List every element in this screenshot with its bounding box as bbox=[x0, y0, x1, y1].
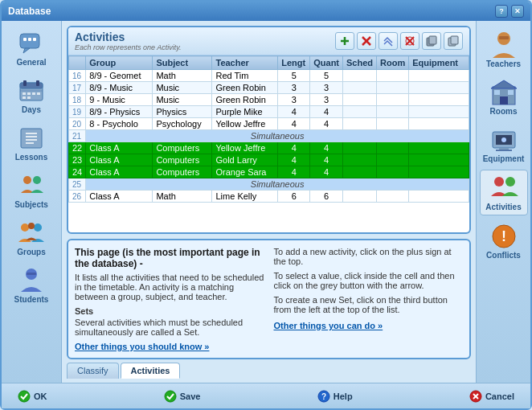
col-header-length: Lengt bbox=[278, 56, 310, 70]
right-item-activities[interactable]: Activities bbox=[480, 170, 528, 215]
svg-rect-7 bbox=[23, 80, 27, 86]
right-sidebar: Teachers Rooms bbox=[476, 21, 530, 383]
delete-activity-button[interactable] bbox=[357, 32, 376, 50]
row-group: 8/9 - Geomet bbox=[86, 70, 153, 82]
sidebar-item-lessons[interactable]: Lessons bbox=[6, 122, 57, 165]
table-row[interactable]: 19 8/9 - Physics Physics Purple Mike 4 4 bbox=[69, 106, 469, 118]
row-sched bbox=[343, 154, 377, 166]
row-quant: 3 bbox=[310, 94, 343, 106]
activities-table-container[interactable]: Group Subject Teacher Lengt Quant Sched … bbox=[68, 55, 469, 232]
row-teacher: Yellow Jeffre bbox=[212, 142, 278, 154]
table-row[interactable]: 26 Class A Math Lime Kelly 6 6 bbox=[69, 191, 469, 203]
svg-rect-36 bbox=[429, 36, 436, 44]
right-item-equipment[interactable]: Equipment bbox=[480, 122, 528, 166]
info-link1[interactable]: Other things you should know » bbox=[75, 342, 209, 351]
right-item-rooms[interactable]: Rooms bbox=[480, 75, 528, 119]
row-teacher: Yellow Jeffre bbox=[212, 118, 278, 130]
row-group: 9 - Music bbox=[86, 94, 153, 106]
row-length: 4 bbox=[278, 142, 310, 154]
sidebar-item-groups[interactable]: Groups bbox=[6, 217, 57, 260]
table-row[interactable]: 18 9 - Music Music Green Robin 3 3 bbox=[69, 94, 469, 106]
info-link2[interactable]: Other things you can do » bbox=[274, 321, 383, 330]
table-row[interactable]: 22 Class A Computers Yellow Jeffre 4 4 bbox=[69, 142, 469, 154]
sidebar-item-subjects[interactable]: Subjects bbox=[6, 170, 57, 212]
row-subject: Math bbox=[153, 70, 212, 82]
row-num: 26 bbox=[69, 191, 86, 203]
row-group: 8 - Psycholo bbox=[86, 118, 153, 130]
cancel-button[interactable]: Cancel bbox=[463, 388, 521, 404]
col-header-sched: Sched bbox=[343, 56, 377, 70]
svg-point-21 bbox=[23, 176, 31, 184]
ok-button[interactable]: OK bbox=[11, 388, 54, 404]
table-row[interactable]: 23 Class A Computers Gold Larry 4 4 bbox=[69, 154, 469, 166]
table-row[interactable]: 21 Simultaneous bbox=[69, 130, 469, 142]
svg-text:!: ! bbox=[501, 228, 506, 244]
row-teacher: Orange Sara bbox=[212, 166, 278, 178]
set-button[interactable] bbox=[379, 32, 398, 50]
row-room bbox=[377, 106, 409, 118]
sidebar-item-students[interactable]: Students bbox=[6, 264, 57, 307]
copy-button[interactable] bbox=[422, 32, 441, 50]
tab-classify[interactable]: Classify bbox=[67, 363, 119, 379]
info-panel: This page (is the most important page in… bbox=[67, 239, 471, 359]
calendar-icon bbox=[18, 78, 44, 104]
activities-header: Activities Each row represents one Activ… bbox=[68, 27, 469, 55]
svg-text:?: ? bbox=[321, 392, 326, 401]
right-item-conflicts[interactable]: ! Conflicts bbox=[480, 219, 528, 263]
row-equip bbox=[409, 82, 469, 94]
table-row[interactable]: 25 Simultaneous bbox=[69, 178, 469, 191]
row-subject: Physics bbox=[153, 106, 212, 118]
speech-bubble-icon bbox=[18, 31, 44, 56]
save-button[interactable]: Save bbox=[158, 388, 207, 404]
row-equip bbox=[409, 191, 469, 203]
sidebar-label-subjects: Subjects bbox=[14, 200, 48, 209]
row-quant: 4 bbox=[310, 154, 343, 166]
tabs-bar: Classify Activities bbox=[67, 359, 471, 379]
sets-title: Sets bbox=[75, 306, 264, 316]
svg-rect-10 bbox=[23, 92, 26, 95]
table-row[interactable]: 17 8/9 - Music Music Green Robin 3 3 bbox=[69, 82, 469, 94]
row-length: 6 bbox=[278, 191, 310, 203]
sidebar-label-groups: Groups bbox=[17, 248, 46, 256]
svg-marker-42 bbox=[491, 80, 517, 88]
row-quant: 4 bbox=[310, 142, 343, 154]
row-equip bbox=[409, 94, 469, 106]
table-row[interactable]: 16 8/9 - Geomet Math Red Tim 5 5 bbox=[69, 70, 469, 82]
row-equip bbox=[409, 70, 469, 82]
right-label-rooms: Rooms bbox=[490, 107, 518, 116]
paste-button[interactable] bbox=[444, 32, 463, 50]
row-sched bbox=[343, 142, 377, 154]
right-item-teachers[interactable]: Teachers bbox=[480, 27, 528, 72]
row-quant: 6 bbox=[310, 191, 343, 203]
row-length: 4 bbox=[278, 154, 310, 166]
table-row[interactable]: 24 Class A Computers Orange Sara 4 4 bbox=[69, 166, 469, 178]
tab-activities[interactable]: Activities bbox=[121, 363, 181, 379]
row-num: 20 bbox=[69, 118, 86, 130]
row-sched bbox=[343, 70, 377, 82]
svg-rect-49 bbox=[496, 150, 512, 151]
sidebar-label-general: General bbox=[16, 58, 46, 67]
close-window-button[interactable]: ✕ bbox=[511, 5, 524, 18]
row-subject: Music bbox=[153, 82, 212, 94]
svg-rect-4 bbox=[33, 38, 36, 41]
sets-text: Several activities which must be schedul… bbox=[75, 318, 264, 337]
row-teacher: Green Robin bbox=[212, 82, 278, 94]
remove-set-button[interactable] bbox=[400, 32, 419, 50]
info-left: This page (is the most important page in… bbox=[75, 247, 264, 351]
row-num: 17 bbox=[69, 82, 86, 94]
row-room bbox=[377, 142, 409, 154]
row-room bbox=[377, 154, 409, 166]
add-activity-button[interactable] bbox=[335, 32, 354, 50]
activities-panel-title: Activities bbox=[75, 31, 182, 43]
svg-rect-12 bbox=[32, 92, 35, 95]
help-button[interactable]: ? Help bbox=[311, 388, 359, 404]
row-subject: Math bbox=[153, 191, 212, 203]
row-sched bbox=[343, 106, 377, 118]
row-group: 8/9 - Physics bbox=[86, 106, 153, 118]
svg-rect-2 bbox=[23, 38, 27, 41]
help-window-button[interactable]: ? bbox=[495, 5, 508, 18]
sidebar-item-general[interactable]: General bbox=[6, 27, 57, 70]
table-row[interactable]: 20 8 - Psycholo Psychology Yellow Jeffre… bbox=[69, 118, 469, 130]
sidebar-item-days[interactable]: Days bbox=[6, 75, 57, 117]
svg-point-50 bbox=[501, 137, 506, 142]
